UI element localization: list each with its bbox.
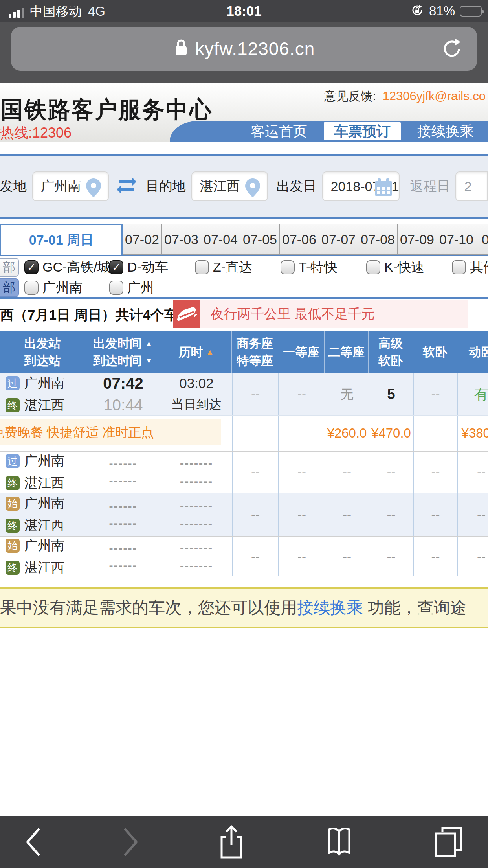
url-text: kyfw.12306.cn	[195, 38, 315, 59]
sort-asc-icon: ▲	[145, 339, 153, 348]
transfer-notice: 果中没有满足需求的车次，您还可以使用接续换乘 功能，查询途	[0, 587, 488, 628]
arrival-day-note: 当日到达	[171, 396, 222, 413]
filter-type-t[interactable]: T-特快	[281, 258, 337, 276]
nav-home-tab[interactable]: 客运首页	[237, 121, 321, 142]
return-date-value: 2	[456, 179, 471, 194]
checkbox-icon[interactable]	[109, 281, 123, 295]
promo-text: 夜行两千公里 最低不足千元	[211, 305, 374, 323]
filter-type-k[interactable]: K-快速	[366, 258, 424, 276]
date-tab[interactable]: 07-09	[398, 224, 437, 255]
seat-availability: 5	[387, 386, 395, 403]
back-icon[interactable]	[24, 827, 43, 857]
date-tab[interactable]: 07-07	[319, 224, 358, 255]
train-icon	[173, 300, 200, 328]
filter-type-d[interactable]: ✓ D-动车	[109, 258, 168, 276]
date-tab[interactable]: 07-06	[280, 224, 319, 255]
filter-panel: 部 ✓ GC-高铁/城 ✓ D-动车 Z-直达 T-特快 K-快速 其他 部	[0, 256, 488, 297]
share-icon[interactable]	[218, 824, 245, 860]
filter-station-guangzhou[interactable]: 广州	[109, 279, 154, 297]
nav-booking-tab[interactable]: 车票预订	[324, 122, 401, 140]
results-summary-row: 西（7月1日 周日）共计4个车次 夜行两千公里 最低不足千元	[0, 299, 488, 331]
feedback-email-link[interactable]: 12306yjfk@rails.co	[383, 89, 486, 103]
terminal-station-badge: 终	[6, 519, 20, 533]
seat-availability: 有	[474, 385, 488, 404]
results-count-label: 西（7月1日 周日）共计4个车次	[0, 306, 192, 324]
hotline-label: 热线:12306	[0, 123, 72, 143]
tabs-icon[interactable]	[433, 826, 464, 859]
from-station-input[interactable]: 广州南	[32, 171, 109, 201]
promo-banner[interactable]: 夜行两千公里 最低不足千元	[173, 300, 468, 328]
date-tab-strip: 07-01 周日 07-02 07-03 07-04 07-05 07-06 0…	[0, 224, 488, 255]
checkbox-icon[interactable]	[24, 281, 39, 295]
col-duration-sort[interactable]: 历时▲	[161, 331, 232, 373]
date-tab[interactable]: 0	[476, 224, 488, 255]
date-tab[interactable]: 07-02	[123, 224, 162, 255]
feedback-line: 意见反馈: 12306yjfk@rails.co	[324, 88, 486, 105]
train-row[interactable]: 始广州南 终湛江西 ------ ------ ------- ------- …	[0, 537, 488, 576]
col-soft-sleeper: 软卧	[413, 331, 457, 373]
location-pin-icon	[84, 178, 103, 200]
train-row[interactable]: 过广州南 终湛江西 ------ ------ ------- ------- …	[0, 452, 488, 493]
date-tab[interactable]: 07-08	[358, 224, 398, 255]
origin-station-badge: 始	[6, 497, 20, 511]
bookmarks-icon[interactable]	[323, 826, 356, 859]
select-all-stations-button[interactable]: 部	[0, 278, 19, 297]
deluxe-sleeper-price: ¥470.0	[369, 416, 413, 451]
to-label: 目的地	[146, 177, 186, 195]
train-results-table: 出发站到达站 出发时间▲ 到达时间▼ 历时▲ 商务座特等座 一等座 二等座 高级…	[0, 331, 488, 576]
swap-stations-icon[interactable]	[116, 175, 139, 197]
transfer-link[interactable]: 接续换乘	[297, 598, 363, 617]
spacer	[0, 576, 488, 587]
col-business-seat: 商务座特等座	[232, 331, 278, 373]
col-times-sort[interactable]: 出发时间▲ 到达时间▼	[85, 331, 161, 373]
depart-time: 07:42	[103, 375, 143, 392]
battery-icon	[460, 6, 482, 17]
to-station-input[interactable]: 湛江西	[191, 171, 268, 201]
checkbox-icon[interactable]	[195, 260, 209, 274]
train-row[interactable]: 始广州南 终湛江西 ------ ------ ------- ------- …	[0, 493, 488, 537]
seat-availability: --	[251, 387, 260, 402]
sort-desc-icon: ▼	[145, 356, 153, 365]
date-tab[interactable]: 07-10	[437, 224, 476, 255]
seat-availability: 无	[341, 386, 354, 403]
calendar-icon	[374, 178, 393, 199]
to-station-value: 湛江西	[192, 177, 240, 195]
select-all-types-button[interactable]: 部	[0, 258, 19, 277]
col-emu-sleeper: 动卧	[457, 331, 488, 373]
filter-type-z[interactable]: Z-直达	[195, 258, 252, 276]
date-tab[interactable]: 07-03	[162, 224, 201, 255]
col-deluxe-sleeper: 高级软卧	[369, 331, 413, 373]
feedback-label: 意见反馈:	[324, 89, 376, 103]
filter-type-other[interactable]: 其他	[452, 258, 488, 276]
filter-station-guangzhounan[interactable]: 广州南	[24, 279, 83, 297]
duration: 03:02	[179, 375, 214, 391]
train-row[interactable]: 过广州南 终湛江西 07:42 10:44 03:02 当日到达 -- -- 无…	[0, 373, 488, 415]
main-nav: 客运首页 车票预订 接续换乘	[170, 121, 488, 142]
browser-toolbar	[0, 816, 488, 868]
site-logo: 国铁路客户服务中心	[1, 94, 213, 126]
emu-sleeper-price: ¥380.0	[457, 416, 488, 451]
reload-icon[interactable]	[440, 37, 464, 62]
checkbox-icon[interactable]	[366, 260, 380, 274]
depart-date-input[interactable]: 2018-07-01	[322, 171, 400, 201]
filter-type-gc[interactable]: ✓ GC-高铁/城	[24, 258, 111, 276]
checkbox-checked-icon[interactable]: ✓	[109, 260, 123, 274]
date-tab[interactable]: 07-05	[240, 224, 280, 255]
service-tags: 免费晚餐 快捷舒适 准时正点	[0, 419, 221, 445]
return-date-input[interactable]: 2	[455, 171, 488, 201]
pass-station-badge: 过	[6, 376, 20, 390]
location-pin-icon	[244, 178, 262, 200]
forward-icon[interactable]	[121, 827, 140, 857]
date-tab-active[interactable]: 07-01 周日	[0, 224, 123, 255]
checkbox-icon[interactable]	[452, 260, 466, 274]
price-row: ¥260.0 ¥470.0 ¥380.0 免费晚餐 快捷舒适 准时正点	[0, 416, 488, 452]
address-bar[interactable]: kyfw.12306.cn	[11, 27, 477, 71]
checkbox-checked-icon[interactable]: ✓	[24, 260, 39, 274]
terminal-station-badge: 终	[6, 398, 20, 412]
clock-label: 18:01	[0, 3, 488, 19]
from-label: 发地	[0, 177, 27, 195]
nav-transfer-tab[interactable]: 接续换乘	[403, 121, 488, 142]
origin-station-badge: 始	[6, 539, 20, 553]
checkbox-icon[interactable]	[281, 260, 295, 274]
date-tab[interactable]: 07-04	[201, 224, 240, 255]
